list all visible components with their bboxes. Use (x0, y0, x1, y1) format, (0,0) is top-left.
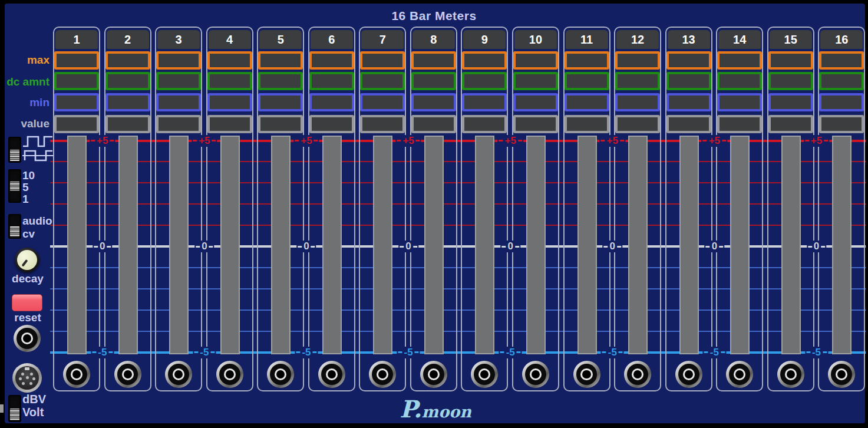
dc-amnt-display (565, 72, 609, 90)
channel-number: 2 (107, 30, 149, 49)
min-display (768, 93, 813, 111)
value-display (207, 115, 252, 133)
max-display (513, 51, 558, 70)
channel-input-jack[interactable] (828, 361, 855, 388)
max-display (156, 51, 201, 70)
channel-number: 7 (361, 30, 404, 49)
channel-input-jack[interactable] (369, 361, 396, 388)
max-display (717, 51, 762, 70)
screenshot-root: { "window": { "title": "16 Bar Meters", … (0, 0, 868, 428)
dc-amnt-display (360, 72, 405, 90)
channel-panel-2: 2 (104, 27, 151, 391)
channel-input-jack[interactable] (63, 361, 90, 388)
source-switch[interactable] (9, 215, 21, 238)
value-display (360, 115, 405, 133)
channel-number: 9 (463, 30, 506, 49)
min-display (513, 93, 558, 111)
channel-number: 10 (514, 30, 557, 49)
channel-input-jack[interactable] (267, 361, 294, 388)
channel-input-jack[interactable] (471, 361, 498, 388)
channel-panel-8: 8 (410, 27, 457, 391)
channel-input-jack[interactable] (777, 361, 804, 388)
max-display (565, 51, 609, 70)
dc-amnt-display (207, 72, 252, 90)
dc-amnt-display (819, 72, 864, 90)
reset-cv-jack[interactable] (14, 325, 41, 352)
min-display (565, 93, 609, 111)
value-display (768, 115, 813, 133)
channel-number: 6 (311, 30, 353, 49)
source-option-audio: audio (22, 215, 52, 228)
dc-amnt-display (54, 72, 99, 90)
channel-input-jack[interactable] (318, 361, 345, 388)
reset-button[interactable] (12, 294, 42, 311)
switch-handle[interactable] (10, 150, 19, 161)
channel-input-jack[interactable] (420, 361, 447, 388)
meter-bar (118, 136, 138, 354)
dc-amnt-display (105, 72, 150, 90)
max-display (258, 51, 303, 70)
min-display (666, 93, 711, 111)
channel-number: 14 (718, 30, 761, 49)
min-display (360, 93, 405, 111)
channel-input-jack[interactable] (726, 361, 753, 388)
value-display (309, 115, 354, 133)
channel-panel-14: 14 (716, 27, 763, 391)
max-row-label: max (0, 54, 51, 67)
dc-amnt-display (462, 72, 507, 90)
switch-handle[interactable] (10, 181, 19, 191)
channel-number: 5 (259, 30, 302, 49)
channel-number: 12 (616, 30, 659, 49)
channel-input-jack[interactable] (624, 361, 651, 388)
knob-pointer (21, 259, 28, 267)
channel-input-jack[interactable] (675, 361, 702, 388)
channel-panel-1: 1 (53, 27, 100, 391)
channel-panel-4: 4 (206, 27, 253, 391)
decay-knob[interactable] (15, 248, 39, 272)
meter-bar (730, 136, 750, 354)
channel-input-jack[interactable] (165, 361, 192, 388)
min-display (207, 93, 252, 111)
decay-label: decay (7, 272, 48, 285)
meter-bar (475, 136, 494, 354)
range-switch[interactable] (9, 170, 21, 202)
brand-logo: P.moon (0, 397, 868, 424)
meter-bar (526, 136, 546, 354)
meter-bar (577, 136, 597, 354)
channel-panel-12: 12 (614, 27, 661, 391)
max-display (105, 51, 150, 70)
meter-bar (679, 136, 699, 354)
max-display (768, 51, 813, 70)
min-display (615, 93, 660, 111)
wave-type-switch[interactable] (9, 137, 21, 162)
value-display (666, 115, 711, 133)
max-display (360, 51, 405, 70)
value-display (258, 115, 303, 133)
channel-panel-13: 13 (665, 27, 712, 391)
max-display (819, 51, 864, 70)
channel-number: 15 (770, 30, 812, 49)
din-connector[interactable] (12, 363, 42, 393)
switch-handle[interactable] (10, 226, 19, 237)
max-display (411, 51, 456, 70)
min-display (309, 93, 354, 111)
meter-bar (781, 136, 801, 354)
bipolar-pulse-icon (22, 149, 53, 163)
max-display (615, 51, 660, 70)
channel-panel-6: 6 (308, 27, 355, 391)
range-option-5: 5 (22, 181, 29, 194)
channel-number: 4 (209, 30, 251, 49)
range-option-1: 1 (22, 193, 29, 206)
min-display (258, 93, 303, 111)
value-display (411, 115, 456, 133)
dc-amnt-display (768, 72, 813, 90)
min-display (819, 93, 864, 111)
module-title: 16 Bar Meters (0, 9, 868, 23)
min-display (411, 93, 456, 111)
channel-input-jack[interactable] (114, 361, 141, 388)
channel-input-jack[interactable] (573, 361, 600, 388)
channel-input-jack[interactable] (522, 361, 549, 388)
dc-amnt-display (717, 72, 762, 90)
source-option-cv: cv (22, 228, 35, 241)
channel-input-jack[interactable] (216, 361, 243, 388)
